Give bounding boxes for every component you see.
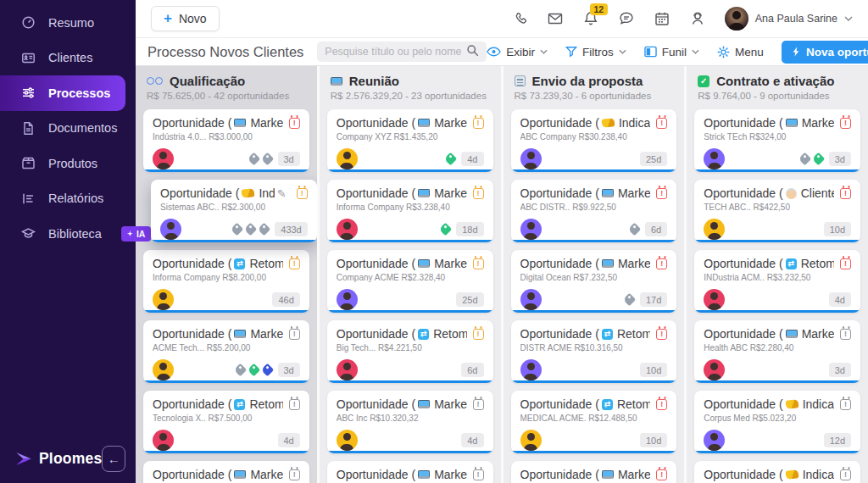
edit-icon[interactable]: ✎	[277, 187, 287, 200]
opportunity-card[interactable]: Oportunidade (Retom... INDustria ACM.. R…	[694, 250, 860, 313]
column-header[interactable]: Envio da proposta R$ 73.239,30 - 6 oport…	[504, 66, 685, 107]
days-badge: 3d	[278, 152, 300, 166]
opportunity-card[interactable]: Oportunidade (Retom... Big Tech... R$4.2…	[327, 320, 493, 383]
tag-icon	[623, 293, 637, 307]
opportunity-card[interactable]: Oportunidade (Market... ABC Inc R$10.320…	[327, 391, 493, 453]
due-date-icon[interactable]	[289, 399, 300, 410]
opportunity-card[interactable]: Oportunidade (Indica... ✎ Sistemas ABC..…	[151, 180, 317, 242]
notifications-bell-icon[interactable]: 12	[582, 10, 599, 27]
sidebar-item-clientes[interactable]: Clientes	[0, 41, 136, 76]
opportunity-card[interactable]: Oportunidade (Market...	[143, 461, 309, 483]
column-header[interactable]: Contrato e ativação R$ 9.764,00 - 9 opor…	[687, 66, 868, 107]
due-date-icon[interactable]	[656, 188, 667, 199]
phone-icon[interactable]	[512, 11, 528, 27]
due-date-icon[interactable]	[297, 188, 308, 199]
sidebar-item-label: Resumo	[48, 16, 94, 30]
due-date-icon[interactable]	[289, 258, 300, 269]
card-list: Oportunidade (Market... Indústria 4.0...…	[136, 107, 317, 483]
due-date-icon[interactable]	[840, 188, 851, 199]
opportunity-card[interactable]: Oportunidade (Indica... Corpus Med R$5.0…	[694, 391, 860, 453]
sidebar-item-biblioteca[interactable]: Biblioteca IA	[0, 216, 136, 252]
graduation-cap-icon	[21, 226, 36, 241]
opportunity-card[interactable]: Oportunidade (Retom... Tecnologia X.. R$…	[143, 391, 309, 453]
sidebar-item-resumo[interactable]: Resumo	[0, 5, 136, 41]
due-date-icon[interactable]	[289, 469, 300, 480]
sidebar-item-processos[interactable]: Processos	[0, 75, 125, 111]
due-date-icon[interactable]	[289, 329, 300, 340]
opportunity-card[interactable]: Oportunidade (Market... Informa Company …	[327, 180, 493, 242]
due-date-icon[interactable]	[840, 258, 851, 269]
due-date-icon[interactable]	[656, 258, 667, 269]
card-title: Oportunidade (Market...	[337, 116, 467, 130]
search-box[interactable]	[317, 42, 487, 62]
opportunity-card[interactable]: Oportunidade (Market... Digital Ocean R$…	[511, 250, 677, 313]
sidebar-item-produtos[interactable]: Produtos	[0, 146, 136, 181]
card-title: Oportunidade (Market...	[153, 116, 283, 130]
opportunity-card[interactable]: Oportunidade (Market... Health ABC R$2.2…	[694, 320, 860, 383]
due-date-icon[interactable]	[473, 258, 484, 269]
support-headset-icon[interactable]	[689, 10, 706, 27]
opportunity-card[interactable]: Oportunidade (Indica	[694, 461, 860, 483]
sidebar-item-documentos[interactable]: Documentos	[0, 111, 136, 147]
ia-badge[interactable]: IA	[121, 226, 152, 242]
opportunity-card[interactable]: Oportunidade (Market... Indústria 4.0...…	[143, 109, 309, 172]
due-date-icon[interactable]	[473, 399, 484, 410]
assignee-avatar	[704, 289, 725, 310]
card-subtitle: INDustria ACM.. R$3.232,50	[704, 273, 851, 282]
sidebar-item-label: Documentos	[48, 121, 117, 135]
due-date-icon[interactable]	[473, 329, 484, 340]
search-input[interactable]	[325, 46, 461, 58]
tag-icon	[244, 223, 258, 236]
brand-name: Ploomes	[39, 450, 102, 468]
due-date-icon[interactable]	[840, 329, 851, 340]
opportunity-card[interactable]: Oportunidade (Market... ABC DISTR.. R$9.…	[511, 180, 677, 242]
due-date-icon[interactable]	[840, 469, 851, 480]
mail-icon[interactable]	[547, 10, 564, 27]
opportunity-card[interactable]: Oportunidade (Market...	[327, 461, 493, 483]
due-date-icon[interactable]	[656, 469, 667, 480]
funnel-dropdown[interactable]: Funil	[644, 46, 699, 58]
calendar-icon[interactable]	[654, 10, 670, 27]
tag-icon	[258, 223, 271, 236]
due-date-icon[interactable]	[656, 399, 667, 410]
due-date-icon[interactable]	[289, 118, 300, 129]
filters-dropdown[interactable]: Filtros	[565, 46, 626, 58]
due-date-icon[interactable]	[656, 118, 667, 129]
tag-icon	[247, 364, 260, 377]
card-type-icon	[234, 399, 245, 410]
opportunity-card[interactable]: Oportunidade (Retom... DISTR ACME R$10.3…	[511, 320, 677, 383]
opportunity-card[interactable]: Oportunidade (Market... ACME Tech... R$5…	[143, 320, 309, 383]
opportunity-card[interactable]: Oportunidade (Indica... ABC Company R$30…	[511, 109, 677, 172]
sidebar: Resumo Clientes Processos Documentos Pro…	[0, 0, 136, 483]
sidebar-item-relatorios[interactable]: Relatórios	[0, 181, 136, 217]
search-icon[interactable]	[466, 44, 479, 60]
due-date-icon[interactable]	[840, 118, 851, 129]
due-date-icon[interactable]	[656, 329, 667, 340]
opportunity-card[interactable]: Oportunidade (Cliente... TECH ABC.. R$42…	[694, 180, 860, 242]
opportunity-card[interactable]: Oportunidade (Market... Strick TEch R$32…	[694, 109, 860, 172]
opportunity-card[interactable]: Oportunidade (Retom... MEDICAL ACME. R$1…	[511, 391, 677, 453]
card-progress-bar	[143, 169, 309, 172]
card-list: Oportunidade (Market... Company XYZ R$1.…	[320, 107, 501, 483]
due-date-icon[interactable]	[473, 188, 484, 199]
column-header[interactable]: Reunião R$ 2.576.329,20 - 23 oportunidad…	[320, 66, 501, 107]
menu-button[interactable]: Menu	[717, 46, 764, 58]
card-progress-bar	[143, 310, 309, 313]
due-date-icon[interactable]	[473, 469, 484, 480]
chat-icon[interactable]	[618, 10, 635, 27]
due-date-icon[interactable]	[840, 399, 851, 410]
new-button[interactable]: +Novo	[151, 6, 220, 31]
collapse-sidebar-button[interactable]: ←	[102, 446, 125, 472]
days-badge: 17d	[640, 292, 667, 307]
user-menu[interactable]: Ana Paula Sarine	[725, 7, 853, 31]
column-header[interactable]: Qualificação R$ 75.625,00 - 42 oportunid…	[136, 66, 317, 107]
new-opportunity-button[interactable]: Nova oportunidade	[782, 41, 868, 64]
opportunity-card[interactable]: Oportunidade (Market... Company ACME R$2…	[327, 250, 493, 313]
opportunity-card[interactable]: Oportunidade (Market... Company XYZ R$1.…	[327, 109, 493, 172]
view-dropdown[interactable]: Exibir	[487, 46, 548, 58]
assignee-avatar	[337, 148, 358, 169]
opportunity-card[interactable]: Oportunidade (Retom... Informa Company R…	[143, 250, 309, 313]
due-date-icon[interactable]	[473, 118, 484, 129]
card-subtitle: TECH ABC.. R$422,50	[704, 203, 851, 212]
opportunity-card[interactable]: Oportunidade (Market	[511, 461, 677, 483]
